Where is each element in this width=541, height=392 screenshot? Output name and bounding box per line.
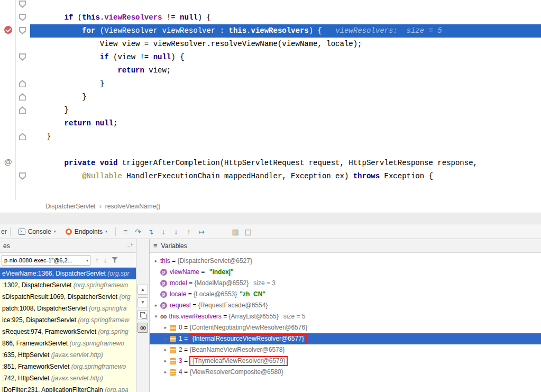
toolbar-menu-icon[interactable]: ≡ <box>119 225 132 239</box>
variable-row[interactable]: ▾oothis.viewResolvers = {ArrayList@6555}… <box>150 311 541 322</box>
view-breakpoints-icon[interactable]: ▦ <box>229 225 242 239</box>
stack-frame-row[interactable]: 866, FrameworkServlet (org.springframewo <box>0 338 136 349</box>
code-line[interactable]: return view; <box>30 64 541 77</box>
filter-frames-icon[interactable] <box>112 257 118 263</box>
stack-frame-row[interactable]: lDoFilter:231, ApplicationFilterChain (o… <box>0 384 136 392</box>
scroll-down-button[interactable]: ▼ <box>137 297 148 307</box>
thread-selector-row: p-nio-8080-exec-1"@6,2... ▾ ↑ ↓ <box>0 253 136 268</box>
variable-row[interactable]: plocale = {Locale@6553}"zh_CN" <box>150 289 541 300</box>
frames-tab-label-truncated[interactable]: es <box>3 242 10 250</box>
stack-frame-row[interactable]: patch:1008, DispatcherServlet (org.sprin… <box>0 303 136 314</box>
fold-marker-icon[interactable] <box>19 172 26 180</box>
step-out-icon[interactable]: ↑ <box>182 225 195 239</box>
code-line[interactable]: } <box>30 104 541 117</box>
chevron-right-icon[interactable]: ▸ <box>152 256 160 267</box>
fold-marker-icon[interactable] <box>19 14 26 21</box>
chevron-right-icon[interactable]: ▸ <box>161 322 170 333</box>
debug-toolbar-icons: ≡↷↴↓↓↑↦▦▤ <box>119 225 254 239</box>
variable-value: {ThymeleafViewResolver@6579} <box>192 357 285 364</box>
code-line[interactable]: return null; <box>30 117 541 130</box>
chevron-right-icon[interactable]: ▸ <box>152 300 160 311</box>
frame-location: :635, HttpServlet <box>2 351 51 359</box>
chevron-down-icon[interactable]: ▾ <box>54 229 56 234</box>
frame-location: :1302, DispatcherServlet <box>2 281 74 289</box>
scroll-up-button[interactable]: ▲ <box>137 285 148 295</box>
variable-value: {RequestFacade@6554} <box>198 300 268 311</box>
stack-frame-row[interactable]: :635, HttpServlet (javax.servlet.http) <box>0 349 136 361</box>
code-line[interactable]: } <box>30 90 541 104</box>
variables-menu-icon[interactable]: ≡ <box>153 242 158 250</box>
code-line[interactable]: private void triggerAfterCompletion(Http… <box>30 157 541 170</box>
frame-package: (org.spr <box>107 270 129 277</box>
code-line[interactable]: if (this.viewResolvers != null) { <box>30 11 541 24</box>
run-to-cursor-icon[interactable]: ↦ <box>195 225 208 239</box>
variable-row[interactable]: pviewName = "indexj" <box>150 267 541 278</box>
fold-marker-icon[interactable] <box>19 53 26 61</box>
variable-row[interactable]: ▸this = {DispatcherServlet@6527} <box>150 256 541 267</box>
chevron-right-icon[interactable]: ▸ <box>161 344 170 355</box>
force-step-into-icon[interactable]: ↓ <box>170 225 182 239</box>
toolbar-separator <box>115 227 116 236</box>
fold-marker-icon[interactable] <box>19 133 26 140</box>
variable-row[interactable]: ▸1 = {InternalResourceViewResolver@6577} <box>150 333 541 344</box>
variable-value: {ArrayList@6555} <box>229 311 279 322</box>
stack-frame-row[interactable]: ice:925, DispatcherServlet (org.springfr… <box>0 314 136 326</box>
annotation-gutter-icon: @ <box>4 157 12 166</box>
stack-frame-row[interactable]: :851, FrameworkServlet (org.springframew… <box>0 361 136 372</box>
code-token: } <box>47 132 51 141</box>
next-frame-button[interactable]: ↓ <box>104 256 107 264</box>
layout-settings-icon[interactable]: ▤ <box>242 225 254 239</box>
stack-frame-row[interactable]: sDispatchResult:1069, DispatcherServlet … <box>0 291 136 303</box>
variable-row[interactable]: ▸0 = {ContentNegotiatingViewResolver@657… <box>150 322 541 333</box>
variable-row[interactable]: pmodel = {ModelMap@6552}size = 3 <box>150 278 541 289</box>
code-line[interactable]: } <box>30 77 541 90</box>
variable-row[interactable]: ▸3 = {ThymeleafViewResolver@6579} <box>150 355 541 367</box>
breakpoint-verified-icon[interactable] <box>4 26 12 34</box>
stack-frame-row[interactable]: sRequest:974, FrameworkServlet (org.spri… <box>0 326 136 338</box>
fold-marker-icon[interactable] <box>19 106 26 114</box>
step-over-icon[interactable]: ↴ <box>144 225 157 239</box>
fold-marker-icon[interactable] <box>19 93 26 101</box>
editor: @ if (this.viewResolvers != null) { for … <box>0 0 541 200</box>
stack-frame-row[interactable]: eViewName:1366, DispatcherServlet (org.s… <box>0 268 136 279</box>
thread-dropdown[interactable]: p-nio-8080-exec-1"@6,2... ▾ <box>2 255 90 266</box>
chevron-right-icon[interactable]: ▸ <box>161 367 170 378</box>
show-execution-point-icon[interactable]: ↷ <box>132 225 144 239</box>
breadcrumb-item-class[interactable]: DispatcherServlet <box>45 203 96 210</box>
variable-value: {ContentNegotiatingViewResolver@6576} <box>189 322 307 333</box>
code-token: . <box>100 13 104 22</box>
stack-frame-row[interactable]: :1302, DispatcherServlet (org.springfram… <box>0 279 136 291</box>
chevron-down-icon[interactable]: ▾ <box>152 311 160 322</box>
chevron-right-icon[interactable]: ▸ <box>161 333 170 344</box>
execution-line[interactable]: for (ViewResolver viewResolver : this.vi… <box>30 24 541 38</box>
step-into-icon[interactable]: ↓ <box>157 225 170 239</box>
code-line[interactable]: View view = viewResolver.resolveViewName… <box>30 38 541 51</box>
copy-frame-button[interactable] <box>137 310 148 320</box>
variable-row[interactable]: ▸4 = {ViewResolverComposite@6580} <box>150 367 541 378</box>
code-token: this <box>228 26 246 35</box>
chevron-down-icon[interactable]: ▾ <box>105 229 107 234</box>
variable-row[interactable]: ▸2 = {BeanNameViewResolver@6578} <box>150 344 541 355</box>
watches-toggle-button[interactable]: oo <box>137 323 148 333</box>
code-token: view; <box>144 66 171 75</box>
tab-console[interactable]: Console ▾ <box>14 224 61 239</box>
equals-sign: = <box>186 289 194 300</box>
fold-marker-icon[interactable] <box>19 1 26 8</box>
tab-endpoints[interactable]: Endpoints ▾ <box>61 224 112 239</box>
frames-panel-menu-icon[interactable]: →* <box>125 243 133 249</box>
code-line[interactable]: } <box>30 130 541 143</box>
code-line[interactable]: @Nullable HandlerExecutionChain mappedHa… <box>30 170 541 183</box>
tab-debugger-truncated[interactable]: er <box>1 228 7 235</box>
breadcrumb-item-method[interactable]: resolveViewName() <box>105 203 160 210</box>
previous-frame-button[interactable]: ↑ <box>95 256 99 264</box>
code-token: triggerAfterCompletion(HttpServletReques… <box>117 159 478 167</box>
code-line[interactable]: if (view != null) { <box>30 51 541 64</box>
code-line[interactable] <box>30 143 541 157</box>
variable-name: request <box>170 300 191 311</box>
frame-location: ice:925, DispatcherServlet <box>2 316 78 324</box>
fold-marker-icon[interactable] <box>19 80 26 87</box>
stack-frame-row[interactable]: :742, HttpServlet (javax.servlet.http) <box>0 372 136 384</box>
chevron-right-icon[interactable]: ▸ <box>161 355 170 367</box>
variable-row[interactable]: ▸prequest = {RequestFacade@6554} <box>150 300 541 311</box>
fold-marker-icon[interactable] <box>19 27 26 34</box>
